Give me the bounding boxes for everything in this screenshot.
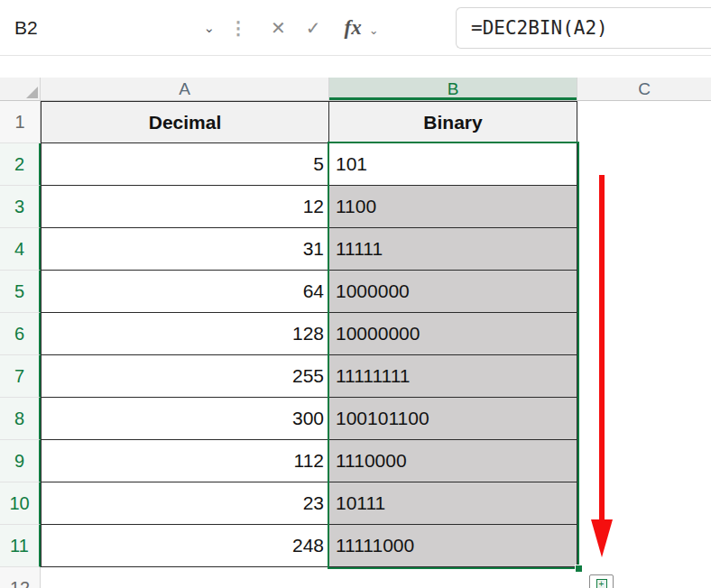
formula-input[interactable]: =DEC2BIN(A2) [456, 7, 711, 49]
cell-b3[interactable]: 1100 [329, 186, 577, 228]
column-header-c[interactable]: C [577, 78, 711, 101]
table-row: 10 23 10111 [0, 482, 711, 525]
row-header-12[interactable]: 12 [0, 567, 41, 588]
column-header-row: A B C [0, 78, 711, 101]
chevron-down-icon[interactable]: ⌄ [203, 21, 215, 34]
chevron-down-icon[interactable]: ⌄ [369, 23, 379, 37]
row-header-4[interactable]: 4 [0, 228, 41, 271]
cell-c11[interactable] [577, 525, 711, 567]
formula-bar: B2 ⌄ ⋮ ✕ ✓ fx ⌄ =DEC2BIN(A2) [0, 0, 711, 56]
cell-c10[interactable] [577, 482, 711, 525]
cell-c1[interactable] [577, 101, 711, 143]
cell-a3[interactable]: 12 [41, 186, 329, 228]
row-header-2[interactable]: 2 [0, 143, 41, 186]
row-header-8[interactable]: 8 [0, 398, 41, 440]
row-header-3[interactable]: 3 [0, 186, 41, 228]
table-row: 6 128 10000000 [0, 313, 711, 355]
cell-c5[interactable] [577, 271, 711, 313]
table-row: 9 112 1110000 [0, 440, 711, 482]
cell-c9[interactable] [577, 440, 711, 482]
column-header-a[interactable]: A [41, 78, 329, 101]
row-header-11[interactable]: 11 [0, 525, 41, 567]
cell-a6[interactable]: 128 [41, 313, 329, 355]
more-options-icon: ⋮ [226, 17, 251, 39]
row-header-10[interactable]: 10 [0, 482, 41, 525]
cell-c3[interactable] [577, 186, 711, 228]
select-all-triangle-icon [26, 87, 38, 98]
column-header-b[interactable]: B [329, 78, 577, 101]
cell-b2-active[interactable]: 101 [329, 143, 577, 186]
autofill-icon: + [596, 579, 607, 588]
cell-b9[interactable]: 1110000 [329, 440, 577, 482]
table-row: 2 5 101 [0, 143, 711, 186]
select-all-corner[interactable] [0, 78, 41, 101]
cell-a8[interactable]: 300 [41, 398, 329, 440]
row-header-1[interactable]: 1 [0, 101, 41, 143]
cell-b11[interactable]: 11111000 [329, 525, 577, 567]
fill-handle[interactable] [575, 565, 583, 573]
cell-a7[interactable]: 255 [41, 355, 329, 398]
cell-c4[interactable] [577, 228, 711, 271]
cell-c2[interactable] [577, 143, 711, 186]
cell-b12[interactable] [329, 567, 577, 588]
name-box[interactable]: B2 ⌄ [0, 8, 226, 48]
enter-icon[interactable]: ✓ [306, 19, 321, 37]
row-header-6[interactable]: 6 [0, 313, 41, 355]
table-row: 1 Decimal Binary [0, 101, 711, 143]
cell-a2[interactable]: 5 [41, 143, 329, 186]
table-row: 5 64 1000000 [0, 271, 711, 313]
table-row: 8 300 100101100 [0, 398, 711, 440]
formula-bar-buttons: ✕ ✓ fx ⌄ [251, 8, 456, 48]
cell-a11[interactable]: 248 [41, 525, 329, 567]
sheet-grid: A B C 1 Decimal Binary 2 5 101 3 12 1100… [0, 78, 711, 588]
cell-c6[interactable] [577, 313, 711, 355]
cell-b4[interactable]: 11111 [329, 228, 577, 271]
row-header-9[interactable]: 9 [0, 440, 41, 482]
cell-a1[interactable]: Decimal [41, 101, 329, 143]
cell-b7[interactable]: 11111111 [329, 355, 577, 398]
cell-a9[interactable]: 112 [41, 440, 329, 482]
cancel-icon[interactable]: ✕ [271, 19, 286, 37]
row-header-5[interactable]: 5 [0, 271, 41, 313]
table-row: 3 12 1100 [0, 186, 711, 228]
table-row: 11 248 11111000 [0, 525, 711, 567]
cell-b10[interactable]: 10111 [329, 482, 577, 525]
autofill-options-button[interactable]: + [589, 574, 614, 588]
cell-a4[interactable]: 31 [41, 228, 329, 271]
cell-b1[interactable]: Binary [329, 101, 577, 143]
cell-c7[interactable] [577, 355, 711, 398]
cell-b5[interactable]: 1000000 [329, 271, 577, 313]
cell-a5[interactable]: 64 [41, 271, 329, 313]
table-row: 4 31 11111 [0, 228, 711, 271]
cell-a10[interactable]: 23 [41, 482, 329, 525]
table-row: 7 255 11111111 [0, 355, 711, 398]
cell-c8[interactable] [577, 398, 711, 440]
name-box-value: B2 [14, 17, 38, 39]
cell-a12[interactable] [41, 567, 329, 588]
spreadsheet-app: B2 ⌄ ⋮ ✕ ✓ fx ⌄ =DEC2BIN(A2) A B C 1 Dec… [0, 0, 711, 588]
row-header-7[interactable]: 7 [0, 355, 41, 398]
cell-b6[interactable]: 10000000 [329, 313, 577, 355]
cell-b8[interactable]: 100101100 [329, 398, 577, 440]
insert-function-icon[interactable]: fx [345, 16, 362, 40]
